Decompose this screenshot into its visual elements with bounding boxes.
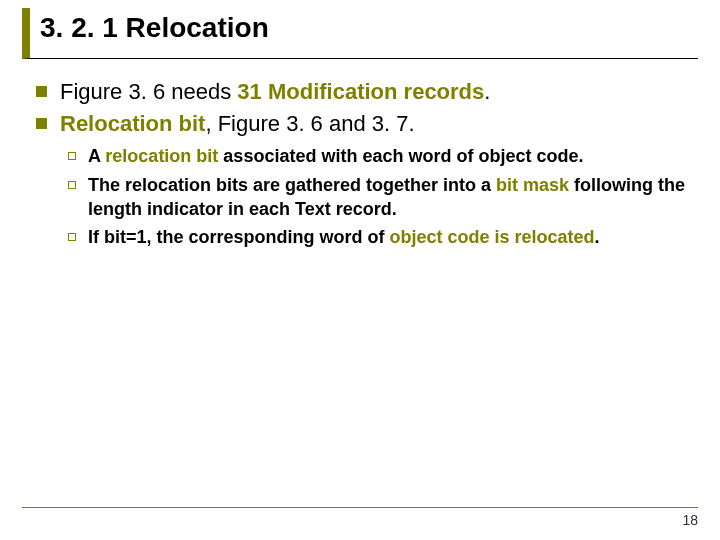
emphasis-text: Relocation bit xyxy=(60,111,205,136)
main-bullet-list: Figure 3. 6 needs 31 Modification record… xyxy=(30,77,698,138)
list-item: A relocation bit associated with each wo… xyxy=(62,144,698,168)
title-container: 3. 2. 1 Relocation xyxy=(22,8,698,59)
text-run: If bit=1, the corresponding word of xyxy=(88,227,390,247)
slide-title: 3. 2. 1 Relocation xyxy=(40,12,698,44)
text-run: . xyxy=(484,79,490,104)
text-run: . xyxy=(595,227,600,247)
page-number: 18 xyxy=(682,512,698,528)
sub-bullet-list: A relocation bit associated with each wo… xyxy=(62,144,698,249)
list-item: The relocation bits are gathered togethe… xyxy=(62,173,698,222)
emphasis-text: relocation bit xyxy=(105,146,218,166)
text-run: The relocation bits are gathered togethe… xyxy=(88,175,496,195)
list-item: Relocation bit, Figure 3. 6 and 3. 7. xyxy=(30,109,698,139)
emphasis-text: 31 Modification records xyxy=(237,79,484,104)
list-item: If bit=1, the corresponding word of obje… xyxy=(62,225,698,249)
text-run: , Figure 3. 6 and 3. 7. xyxy=(205,111,414,136)
slide: 3. 2. 1 Relocation Figure 3. 6 needs 31 … xyxy=(0,0,720,540)
text-run: Figure 3. 6 needs xyxy=(60,79,237,104)
list-item: Figure 3. 6 needs 31 Modification record… xyxy=(30,77,698,107)
text-run: A xyxy=(88,146,105,166)
emphasis-text: object code is relocated xyxy=(390,227,595,247)
text-run: associated with each word of object code… xyxy=(218,146,583,166)
footer-rule xyxy=(22,507,698,508)
emphasis-text: bit mask xyxy=(496,175,569,195)
